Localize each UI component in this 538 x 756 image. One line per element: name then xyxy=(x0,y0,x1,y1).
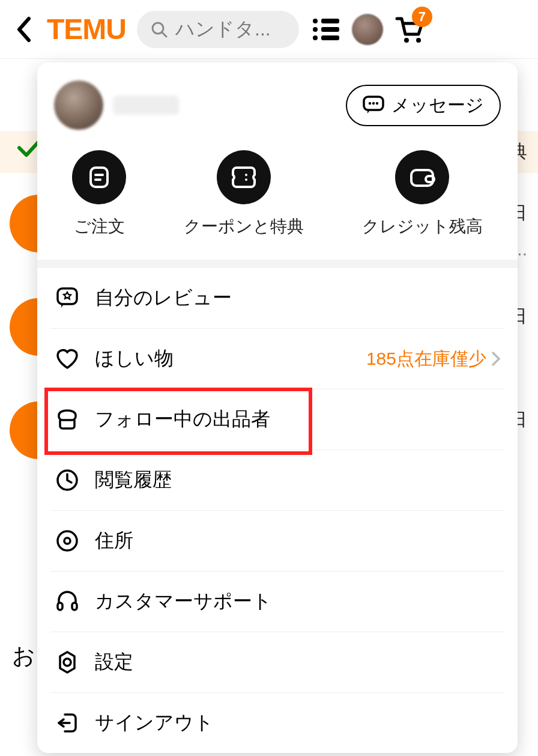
quick-orders[interactable]: ご注文 xyxy=(72,150,126,238)
store-icon xyxy=(55,408,79,431)
quick-credit[interactable]: クレジット残高 xyxy=(362,150,483,238)
menu-settings[interactable]: 設定 xyxy=(50,632,504,693)
coupon-icon xyxy=(229,164,258,191)
headset-icon xyxy=(55,590,79,614)
svg-point-24 xyxy=(64,538,70,544)
quick-orders-label: ご注文 xyxy=(74,215,125,238)
bg-row1-dots: .. xyxy=(517,239,527,260)
search-input[interactable]: ハンドタ... xyxy=(137,11,299,48)
svg-rect-5 xyxy=(321,27,339,32)
menu-signout[interactable]: サインアウト xyxy=(50,693,504,753)
menu-followed-sellers[interactable]: フォロー中の出品者 xyxy=(50,389,504,450)
messages-label: メッセージ xyxy=(391,93,484,118)
svg-rect-7 xyxy=(321,35,339,40)
messages-button[interactable]: メッセージ xyxy=(346,85,501,126)
menu-wishlist-label: ほしい物 xyxy=(95,346,174,372)
chevron-left-icon xyxy=(16,16,32,43)
menu-signout-label: サインアウト xyxy=(95,710,214,736)
svg-point-8 xyxy=(404,38,409,43)
svg-rect-3 xyxy=(321,19,339,23)
orders-icon xyxy=(86,164,112,191)
menu-address-label: 住所 xyxy=(95,528,133,554)
account-avatar[interactable] xyxy=(352,14,383,45)
svg-rect-14 xyxy=(91,168,107,187)
avatar-icon xyxy=(352,14,383,45)
back-button[interactable] xyxy=(12,16,36,43)
chat-icon xyxy=(363,96,384,115)
svg-rect-26 xyxy=(72,603,77,610)
cart-button[interactable]: 7 xyxy=(394,14,425,45)
popover-header: メッセージ xyxy=(37,62,518,136)
menu-wishlist[interactable]: ほしい物 185点在庫僅少 xyxy=(50,329,504,389)
search-placeholder: ハンドタ... xyxy=(175,16,271,43)
svg-line-1 xyxy=(162,32,166,37)
search-icon xyxy=(150,20,168,38)
svg-point-13 xyxy=(376,102,378,105)
quick-actions: ご注文 クーポンと特典 クレジット残高 xyxy=(37,136,518,268)
svg-point-17 xyxy=(245,174,247,176)
svg-point-11 xyxy=(369,102,371,105)
chevron-right-icon xyxy=(491,351,501,367)
svg-rect-25 xyxy=(58,603,62,610)
menu-address[interactable]: 住所 xyxy=(50,511,504,572)
menu-my-reviews[interactable]: 自分のレビュー xyxy=(50,268,504,329)
user-name xyxy=(113,96,179,115)
account-popover: メッセージ ご注文 クーポンと特典 xyxy=(37,62,518,753)
svg-point-18 xyxy=(245,178,247,181)
menu-history[interactable]: 閲覧履歴 xyxy=(50,450,504,511)
temu-logo[interactable]: TEMU xyxy=(47,13,126,46)
svg-rect-19 xyxy=(411,170,433,186)
quick-credit-label: クレジット残高 xyxy=(362,215,483,238)
svg-point-4 xyxy=(313,27,318,32)
menu-history-label: 閲覧履歴 xyxy=(95,467,172,493)
gear-icon xyxy=(55,650,79,674)
signout-icon xyxy=(55,711,79,735)
svg-point-28 xyxy=(64,659,71,666)
quick-coupons[interactable]: クーポンと特典 xyxy=(184,150,304,238)
cart-badge: 7 xyxy=(412,7,432,27)
menu-list: 自分のレビュー ほしい物 185点在庫僅少 フォロー中の出品者 閲覧履歴 住所 … xyxy=(37,268,518,753)
user-info[interactable] xyxy=(54,81,179,130)
wallet-icon xyxy=(408,164,437,191)
svg-point-23 xyxy=(58,531,77,550)
svg-point-6 xyxy=(313,35,318,40)
svg-point-2 xyxy=(313,19,318,23)
heart-icon xyxy=(55,347,79,370)
bg-left-text: お xyxy=(12,641,35,671)
menu-followed-sellers-label: フォロー中の出品者 xyxy=(95,406,270,433)
menu-support[interactable]: カスタマーサポート xyxy=(50,572,504,632)
categories-button[interactable] xyxy=(310,14,341,45)
svg-point-9 xyxy=(416,38,421,43)
menu-support-label: カスタマーサポート xyxy=(95,588,272,615)
quick-coupons-label: クーポンと特典 xyxy=(184,215,304,238)
svg-point-12 xyxy=(372,102,375,105)
user-avatar-icon xyxy=(54,81,103,130)
menu-settings-label: 設定 xyxy=(95,649,133,675)
menu-wishlist-right: 185点在庫僅少 xyxy=(366,347,501,371)
app-header: TEMU ハンドタ... 7 xyxy=(0,0,538,59)
review-icon xyxy=(55,286,79,310)
svg-marker-27 xyxy=(60,652,74,672)
list-icon xyxy=(312,17,339,41)
menu-my-reviews-label: 自分のレビュー xyxy=(95,285,232,311)
pin-icon xyxy=(55,529,79,553)
clock-icon xyxy=(55,468,79,492)
